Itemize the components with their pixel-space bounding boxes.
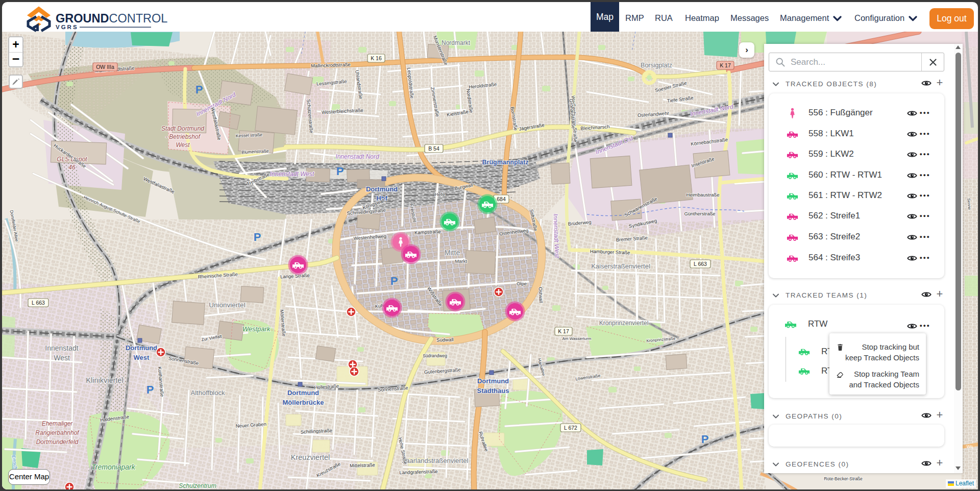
svg-text:VGRS: VGRS bbox=[56, 24, 79, 30]
svg-text:Kreuzviertel: Kreuzviertel bbox=[291, 453, 330, 461]
svg-text:Südwall: Südwall bbox=[436, 336, 454, 342]
svg-text:Mittelstraße: Mittelstraße bbox=[350, 462, 375, 469]
svg-text:Klinikviertel: Klinikviertel bbox=[86, 376, 123, 384]
svg-text:Rangierbahnhof: Rangierbahnhof bbox=[35, 429, 80, 436]
svg-text:We: We bbox=[967, 444, 973, 449]
svg-text:West: West bbox=[134, 354, 150, 361]
svg-text:- Betriebshof: - Betriebshof bbox=[165, 133, 201, 140]
svg-text:Kaiserstraßenviertel: Kaiserstraßenviertel bbox=[591, 262, 650, 270]
svg-text:K 17: K 17 bbox=[558, 328, 569, 334]
svg-text:Stadthaus: Stadthaus bbox=[477, 387, 509, 395]
svg-text:L 672: L 672 bbox=[564, 425, 577, 431]
svg-text:P: P bbox=[390, 275, 398, 287]
svg-text:P: P bbox=[701, 433, 709, 446]
svg-text:Dortmund: Dortmund bbox=[126, 344, 157, 352]
svg-text:Rote-Becker-Straße: Rote-Becker-Straße bbox=[824, 476, 863, 481]
svg-text:GROUNDCONTROL: GROUNDCONTROL bbox=[56, 12, 167, 25]
svg-text:Westpark: Westpark bbox=[242, 325, 271, 333]
svg-text:Stadt Dortmund: Stadt Dortmund bbox=[161, 125, 204, 132]
svg-text:Dortmund: Dortmund bbox=[477, 377, 509, 385]
svg-text:Dortmund: Dortmund bbox=[366, 185, 398, 193]
svg-text:Tremoniapark: Tremoniapark bbox=[91, 463, 135, 471]
svg-text:Saarlandstraßenviertel: Saarlandstraßenviertel bbox=[402, 457, 469, 464]
svg-text:P: P bbox=[146, 383, 154, 396]
svg-text:P: P bbox=[336, 165, 344, 178]
svg-text:Borsigplatz: Borsigplatz bbox=[641, 62, 672, 69]
svg-text:B 54: B 54 bbox=[428, 145, 439, 152]
svg-text:P: P bbox=[195, 83, 203, 96]
svg-text:684: 684 bbox=[497, 196, 506, 202]
svg-text:OW IIIa: OW IIIa bbox=[96, 64, 114, 70]
svg-text:P: P bbox=[254, 231, 261, 243]
svg-text:Innenstadt Nord: Innenstadt Nord bbox=[335, 153, 379, 160]
svg-text:Innenstadt: Innenstadt bbox=[45, 344, 78, 352]
svg-text:Südrandweg: Südrandweg bbox=[423, 353, 447, 358]
svg-text:46: 46 bbox=[68, 164, 76, 171]
svg-text:K 16: K 16 bbox=[371, 55, 382, 61]
svg-text:Mitte: Mitte bbox=[445, 249, 460, 257]
svg-text:L 663: L 663 bbox=[694, 261, 707, 267]
svg-text:Nordmarkt: Nordmarkt bbox=[442, 39, 471, 46]
svg-text:Brügmannplatz: Brügmannplatz bbox=[482, 159, 529, 166]
svg-text:Helle: Helle bbox=[435, 192, 445, 197]
svg-text:Ostwall: Ostwall bbox=[537, 287, 544, 303]
svg-text:Ehemaliger: Ehemaliger bbox=[42, 420, 74, 427]
svg-text:Unionviertel: Unionviertel bbox=[209, 301, 245, 309]
svg-text:Althoffblock: Althoffblock bbox=[191, 389, 225, 397]
svg-text:Dortmunderfeld: Dortmunderfeld bbox=[36, 438, 79, 446]
svg-text:Am Wasserturm: Am Wasserturm bbox=[562, 336, 591, 341]
svg-text:Innenstadt West: Innenstadt West bbox=[270, 170, 314, 178]
svg-text:Schulzentrum: Schulzentrum bbox=[179, 482, 216, 489]
svg-text:Heimbaustraße: Heimbaustraße bbox=[687, 192, 720, 198]
svg-text:Möllerbrücke: Möllerbrücke bbox=[283, 399, 324, 406]
svg-text:K 17: K 17 bbox=[720, 62, 731, 68]
svg-text:L 663: L 663 bbox=[32, 300, 45, 306]
svg-text:Güntherstraße: Güntherstraße bbox=[684, 211, 715, 216]
svg-text:West: West bbox=[176, 141, 190, 149]
svg-text:Kronprinzenviertel: Kronprinzenviertel bbox=[599, 320, 649, 327]
svg-text:Olpe: Olpe bbox=[517, 281, 527, 286]
svg-text:West: West bbox=[54, 354, 70, 362]
svg-text:Markt: Markt bbox=[455, 258, 467, 264]
